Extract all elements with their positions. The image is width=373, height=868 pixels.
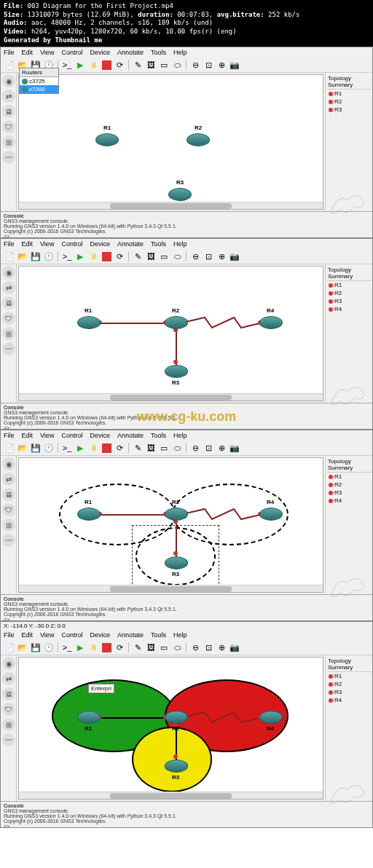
menu-tools[interactable]: Tools <box>151 432 166 439</box>
open-icon[interactable]: 📂 <box>17 250 28 262</box>
new-icon[interactable]: 📄 <box>4 250 15 262</box>
pause-icon[interactable]: ⏸ <box>87 59 99 71</box>
play-icon[interactable]: ▶ <box>74 59 86 71</box>
menu-view[interactable]: View <box>40 240 54 248</box>
open-icon[interactable]: 📂 <box>17 442 28 454</box>
image-icon[interactable]: 🖼 <box>145 642 157 653</box>
router-tool-icon[interactable]: ◉ <box>2 657 15 670</box>
menu-control[interactable]: Control <box>61 432 82 439</box>
screenshot-icon[interactable]: 📷 <box>229 442 240 454</box>
menu-control[interactable]: Control <box>61 49 82 56</box>
menu-help[interactable]: Help <box>173 631 187 639</box>
pause-icon[interactable]: ⏸ <box>87 442 99 454</box>
link-line[interactable] <box>95 514 168 516</box>
menu-annotate[interactable]: Annotate <box>117 432 144 439</box>
topology-canvas[interactable]: R1 R2 R3 R4 <box>18 266 323 401</box>
switch-tool-icon[interactable]: ⇄ <box>2 672 15 685</box>
stop-icon[interactable] <box>101 59 112 71</box>
all-devices-icon[interactable]: ⊞ <box>2 135 15 149</box>
router-node[interactable] <box>168 188 192 201</box>
menu-device[interactable]: Device <box>90 432 110 439</box>
menu-edit[interactable]: Edit <box>22 432 34 439</box>
rect-icon[interactable]: ▭ <box>158 250 170 262</box>
menu-help[interactable]: Help <box>173 432 187 439</box>
clock-icon[interactable]: 🕐 <box>43 642 55 653</box>
link-tool-icon[interactable]: 〰 <box>2 534 15 547</box>
menu-control[interactable]: Control <box>61 631 82 639</box>
menu-tools[interactable]: Tools <box>151 631 166 639</box>
topo-item[interactable]: R4 <box>327 305 371 313</box>
screenshot-icon[interactable]: 📷 <box>229 59 240 71</box>
topology-canvas[interactable]: R1 R2 R3 R4 <box>18 457 323 593</box>
open-icon[interactable]: 📂 <box>17 642 28 653</box>
stop-icon[interactable] <box>101 642 112 653</box>
menu-annotate[interactable]: Annotate <box>117 49 144 56</box>
ellipse-icon[interactable]: ⬭ <box>171 250 183 262</box>
zoom-in-icon[interactable]: ⊕ <box>216 442 227 454</box>
stop-icon[interactable] <box>101 442 112 454</box>
reload-icon[interactable]: ⟳ <box>114 442 125 454</box>
topo-item[interactable]: R3 <box>327 489 371 497</box>
security-tool-icon[interactable]: 🛡 <box>2 120 15 133</box>
zoom-in-icon[interactable]: ⊕ <box>216 642 227 653</box>
console-icon[interactable]: >_ <box>61 59 73 71</box>
pc-tool-icon[interactable]: 🖥 <box>2 105 15 118</box>
topology-canvas[interactable]: R1 R2 R3 <box>18 74 323 210</box>
rect-icon[interactable]: ▭ <box>158 59 170 71</box>
security-tool-icon[interactable]: 🛡 <box>2 312 15 325</box>
console-icon[interactable]: >_ <box>61 642 73 653</box>
router-type-item[interactable]: c3725 <box>20 77 58 85</box>
link-tool-icon[interactable]: 〰 <box>2 151 15 164</box>
zoom-reset-icon[interactable]: ⊡ <box>203 442 214 454</box>
h-scrollbar[interactable] <box>19 585 323 592</box>
play-icon[interactable]: ▶ <box>74 642 86 653</box>
clock-icon[interactable]: 🕐 <box>43 442 55 454</box>
router-type-item[interactable]: c7200 <box>20 85 58 93</box>
pc-tool-icon[interactable]: 🖥 <box>2 296 15 309</box>
menu-tools[interactable]: Tools <box>151 240 166 248</box>
console-icon[interactable]: >_ <box>61 442 73 454</box>
menu-help[interactable]: Help <box>173 240 187 248</box>
image-icon[interactable]: 🖼 <box>145 442 157 454</box>
link-line[interactable] <box>95 323 168 324</box>
h-scrollbar[interactable] <box>19 202 323 209</box>
pause-icon[interactable]: ⏸ <box>87 250 99 262</box>
play-icon[interactable]: ▶ <box>74 442 86 454</box>
menu-device[interactable]: Device <box>90 631 110 639</box>
topo-item[interactable]: R1 <box>327 672 371 680</box>
scrollbar-thumb[interactable] <box>110 793 232 799</box>
pc-tool-icon[interactable]: 🖥 <box>2 488 15 501</box>
switch-tool-icon[interactable]: ⇄ <box>2 281 15 294</box>
topo-item[interactable]: R3 <box>327 297 371 305</box>
pause-icon[interactable]: ⏸ <box>87 642 99 653</box>
zoom-reset-icon[interactable]: ⊡ <box>203 642 214 653</box>
save-icon[interactable]: 💾 <box>30 250 42 262</box>
zoom-reset-icon[interactable]: ⊡ <box>203 59 214 71</box>
router-tool-icon[interactable]: ◉ <box>2 457 15 470</box>
link-tool-icon[interactable]: 〰 <box>2 342 15 355</box>
ellipse-icon[interactable]: ⬭ <box>171 59 183 71</box>
annotate-icon[interactable]: ✎ <box>132 442 144 454</box>
annotate-icon[interactable]: ✎ <box>132 642 144 653</box>
menu-annotate[interactable]: Annotate <box>117 631 144 639</box>
menu-view[interactable]: View <box>40 49 54 56</box>
topo-item[interactable]: R1 <box>327 281 371 289</box>
clock-icon[interactable]: 🕐 <box>43 250 55 262</box>
menu-tools[interactable]: Tools <box>151 49 166 56</box>
new-icon[interactable]: 📄 <box>4 642 15 653</box>
router-node[interactable] <box>165 365 188 378</box>
serial-link-icon[interactable] <box>183 508 263 521</box>
play-icon[interactable]: ▶ <box>74 250 86 262</box>
console-icon[interactable]: >_ <box>61 250 73 262</box>
all-devices-icon[interactable]: ⊞ <box>2 718 15 731</box>
ellipse-icon[interactable]: ⬭ <box>171 442 183 454</box>
switch-tool-icon[interactable]: ⇄ <box>2 473 15 486</box>
h-scrollbar[interactable] <box>19 393 323 401</box>
menu-edit[interactable]: Edit <box>22 240 34 248</box>
router-node[interactable] <box>95 133 119 146</box>
pc-tool-icon[interactable]: 🖥 <box>2 687 15 701</box>
topology-canvas[interactable]: Enterpri R1 R2 R3 R4 <box>18 657 323 800</box>
menu-annotate[interactable]: Annotate <box>117 240 144 248</box>
router-node[interactable] <box>186 133 210 146</box>
zoom-out-icon[interactable]: ⊖ <box>189 250 201 262</box>
